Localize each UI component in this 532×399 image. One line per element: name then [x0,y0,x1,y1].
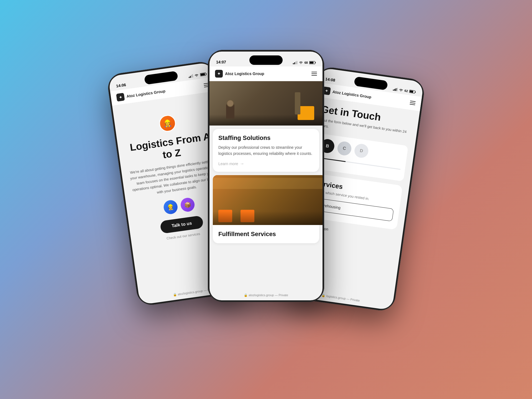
logo-icon-left: ✦ [116,93,125,102]
service2-card: Fulfillment Services [213,225,319,243]
signal-icon-left [188,74,193,78]
service1-image [209,81,323,126]
svg-rect-13 [310,62,314,64]
svg-rect-3 [192,74,193,78]
svg-rect-20 [410,90,413,93]
phone-center: 14:07 68 [208,50,324,302]
avatar-d[interactable]: D [354,143,369,158]
time-right: 14:08 [325,77,336,83]
app-header-center: ✦ Atoz Logistics Group [209,66,323,81]
svg-rect-14 [393,89,394,91]
phone-center-screen: 14:07 68 [209,52,323,300]
url-text-left: atozlogistics.group — P [178,288,210,296]
status-icons-center: 68 [293,61,316,64]
svg-rect-0 [189,77,190,78]
learn-more-arrow: → [240,161,244,166]
status-icons-right: 62 [393,87,416,94]
hamburger-center[interactable] [311,72,317,76]
service2-image [213,175,323,225]
status-icons-left [188,72,207,78]
service1-title: Staffing Solutions [218,134,314,142]
svg-rect-17 [397,88,398,91]
app-logo-center: ✦ Atoz Logistics Group [215,70,264,78]
signal-icon-center [293,61,297,64]
service2-area: Fulfillment Services [209,175,323,243]
battery-icon-center [309,61,316,64]
hero-avatar-orange: 👷 [158,114,177,133]
img-overlay2 [213,211,323,225]
avatar-purple: 📦 [180,197,195,213]
url-text-right: logistics.group — Private [326,294,360,302]
svg-rect-9 [295,62,296,64]
phones-container: 14:06 [114,33,418,366]
time-center: 14:07 [216,60,226,64]
app-name-center: Atoz Logistics Group [225,71,264,76]
service1-desc: Deploy our professional crews to streaml… [218,144,314,157]
learn-more-button[interactable]: Learn more → [218,161,314,166]
battery-icon-left [200,72,207,76]
svg-rect-16 [395,88,396,91]
time-left: 14:06 [116,83,126,88]
app-name-left: Atoz Logistics Group [126,89,165,99]
worker-body [226,103,234,119]
svg-rect-12 [315,62,316,63]
svg-rect-10 [296,61,297,64]
warehouse-ceiling-lights [213,178,323,189]
svg-rect-7 [293,63,294,64]
worker-head [227,100,234,107]
talk-to-us-button[interactable]: Talk to us [160,215,204,234]
wifi-icon-left [194,73,199,77]
svg-rect-1 [190,76,191,78]
battery-text-right: 62 [404,89,408,93]
svg-rect-2 [191,75,192,78]
svg-rect-8 [294,62,295,64]
wifi-icon-right [398,88,403,92]
avatar-selector-card: B C D [313,133,408,181]
svg-rect-6 [200,73,205,76]
battery-text-center: 68 [305,61,308,64]
service1-card: Staffing Solutions Deploy our profession… [213,129,319,172]
app-name-right: Atoz Logistics Group [332,89,372,99]
avatar-c[interactable]: C [337,140,352,156]
avatar-blue: 👷 [163,200,178,215]
service2-title: Fulfillment Services [218,231,314,238]
url-bar-center: 🔒 atozlogistics.group — Private [209,293,323,297]
wifi-icon-center [299,61,303,64]
learn-more-text: Learn more [218,162,238,166]
service1-area: Staffing Solutions Deploy our profession… [209,81,323,172]
battery-icon-right [409,89,416,94]
shelf-shape [295,92,300,114]
signal-icon-right [393,87,398,91]
svg-rect-15 [394,89,395,91]
hamburger-right[interactable] [410,101,416,105]
url-text-center: atozlogistics.group — Private [249,293,288,297]
dynamic-island-center [249,55,283,65]
logo-icon-center: ✦ [215,70,223,78]
